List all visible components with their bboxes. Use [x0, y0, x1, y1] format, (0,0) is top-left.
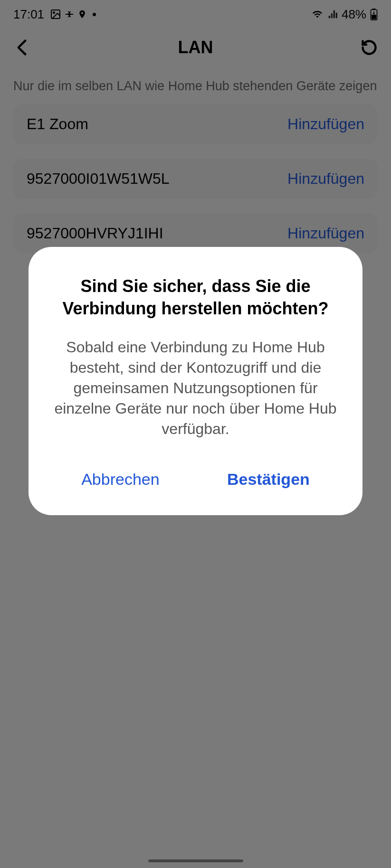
dialog-body: Sobald eine Verbindung zu Home Hub beste… — [48, 337, 343, 440]
dialog-actions: Abbrechen Bestätigen — [48, 466, 343, 492]
cancel-button[interactable]: Abbrechen — [74, 466, 167, 492]
confirm-button[interactable]: Bestätigen — [219, 466, 317, 492]
confirm-dialog: Sind Sie sicher, dass Sie die Verbindung… — [29, 247, 362, 515]
dialog-title: Sind Sie sicher, dass Sie die Verbindung… — [48, 275, 343, 320]
